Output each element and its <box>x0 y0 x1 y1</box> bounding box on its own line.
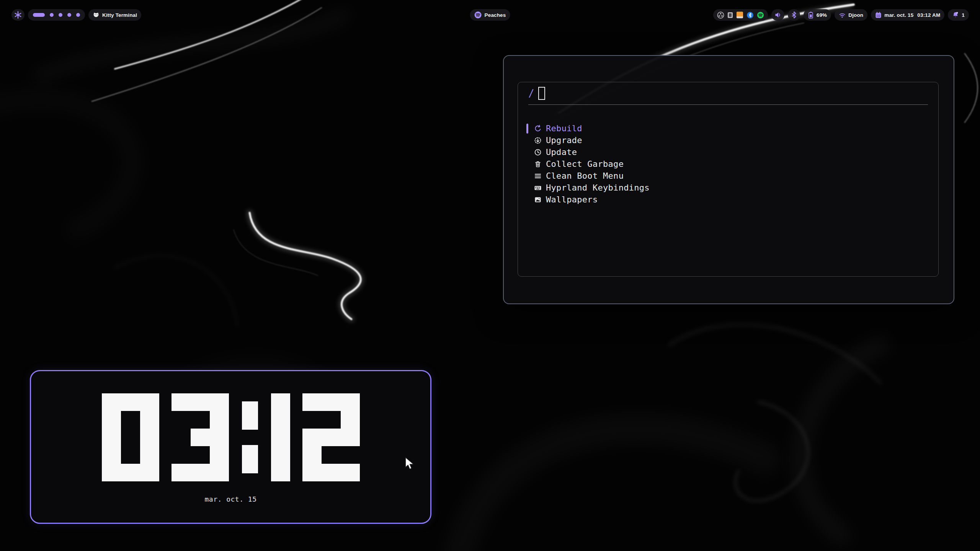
menu-item-label: Collect Garbage <box>546 159 624 169</box>
launcher-panel: / Rebuild <box>503 55 954 304</box>
menu-item-clean-boot-menu[interactable]: Clean Boot Menu <box>526 170 938 182</box>
launcher-box: / Rebuild <box>518 82 939 277</box>
battery-icon <box>808 11 814 19</box>
rebuild-icon <box>534 125 542 132</box>
spotify-icon <box>474 11 482 19</box>
vault-tray-icon[interactable] <box>727 12 733 18</box>
bell-icon <box>952 11 959 18</box>
speaker-icon <box>774 11 782 19</box>
top-bar-center: Peaches <box>470 9 510 21</box>
network-pill[interactable]: Djoon <box>835 9 867 21</box>
update-icon <box>534 148 542 156</box>
recorder-tray-icon[interactable] <box>717 11 724 19</box>
upgrade-icon <box>534 137 542 144</box>
menu-item-label: Rebuild <box>546 124 582 133</box>
desktop: Kitty Terminal Peaches <box>0 0 980 551</box>
clock-widget: mar. oct. 15 <box>30 370 431 524</box>
notification-count: 1 <box>962 12 965 18</box>
workspace-dot[interactable] <box>50 13 54 17</box>
digital-time <box>102 393 360 481</box>
bar-time: 03:12 AM <box>917 12 940 18</box>
menu-item-update[interactable]: Update <box>526 146 938 158</box>
workspace-dot[interactable] <box>76 13 80 17</box>
menu-item-upgrade[interactable]: Upgrade <box>526 134 938 146</box>
clock-pill[interactable]: mar. oct. 15 03:12 AM <box>871 9 944 21</box>
menu-item-label: Upgrade <box>546 135 582 145</box>
list-icon <box>534 172 542 180</box>
clock-widget-date: mar. oct. 15 <box>204 495 256 503</box>
bar-date: mar. oct. 15 <box>884 12 913 18</box>
wifi-icon <box>839 12 846 18</box>
cat-icon <box>93 11 100 18</box>
search-input[interactable]: / <box>518 82 938 104</box>
menu-item-hyprland-keybindings[interactable]: Hyprland Keybindings <box>526 182 938 194</box>
focused-window-label: Kitty Terminal <box>102 12 137 18</box>
menu-item-rebuild[interactable]: Rebuild <box>526 122 938 134</box>
system-tray <box>713 9 768 21</box>
workspace-active[interactable] <box>33 13 45 17</box>
keyboard-icon <box>534 184 542 192</box>
mouse-cursor <box>405 457 415 470</box>
menu-item-label: Update <box>546 147 577 157</box>
text-cursor <box>538 87 545 100</box>
menu-item-label: Wallpapers <box>546 195 598 204</box>
battery-level: 69% <box>817 12 827 18</box>
network-name: Djoon <box>848 12 863 18</box>
spotify-tray-icon[interactable] <box>757 11 764 19</box>
nix-snowflake-icon <box>14 11 22 19</box>
battery-pill[interactable]: 69% <box>804 9 831 21</box>
selection-indicator <box>526 124 528 134</box>
bluetooth-tray-icon[interactable] <box>746 11 754 19</box>
menu-item-collect-garbage[interactable]: Collect Garbage <box>526 158 938 170</box>
bluetooth-pill[interactable] <box>788 9 800 21</box>
reader-tray-icon[interactable] <box>736 11 743 18</box>
search-prompt: / <box>528 88 534 99</box>
menu-item-label: Clean Boot Menu <box>546 171 624 181</box>
bluetooth-icon <box>791 11 797 19</box>
volume-pill[interactable] <box>771 9 784 21</box>
menu-item-label: Hyprland Keybindings <box>546 183 650 192</box>
menu-item-wallpapers[interactable]: Wallpapers <box>526 194 938 205</box>
media-pill[interactable]: Peaches <box>470 9 510 21</box>
notifications-pill[interactable]: 1 <box>948 9 969 21</box>
search-separator <box>528 104 928 105</box>
trash-icon <box>534 160 542 168</box>
media-title: Peaches <box>485 12 506 18</box>
image-icon <box>534 196 542 204</box>
launcher-button[interactable] <box>11 9 24 21</box>
calendar-icon <box>875 12 882 18</box>
workspace-dot[interactable] <box>67 13 71 17</box>
workspace-dot[interactable] <box>59 13 62 17</box>
focused-window-pill[interactable]: Kitty Terminal <box>88 9 141 21</box>
top-bar-left: Kitty Terminal <box>11 9 141 21</box>
launcher-menu: Rebuild Upgrade <box>518 122 938 205</box>
workspaces[interactable] <box>28 9 85 21</box>
top-bar-right: 69% Djoon mar. oct. 15 <box>713 9 969 21</box>
